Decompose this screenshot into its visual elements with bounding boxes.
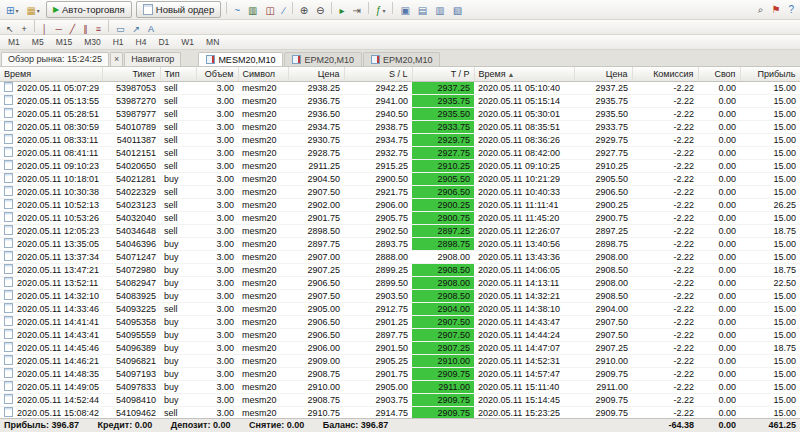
column-header-10[interactable]: Комиссия	[632, 67, 698, 82]
auto-trading-button[interactable]: ▶ Авто-торговля	[46, 1, 132, 18]
table-row[interactable]: 2020.05.11 14:32:1054083925buy3.00mesm20…	[0, 290, 800, 303]
table-row[interactable]: 2020.05.11 12:05:2354034648sell3.00mesm2…	[0, 225, 800, 238]
help-icon[interactable]: ?	[785, 1, 797, 18]
tick-chart-icon[interactable]: ~	[231, 2, 243, 19]
table-row[interactable]: 2020.05.11 14:41:4154095358buy3.00mesm20…	[0, 316, 800, 329]
table-row[interactable]: 2020.05.11 14:46:2154096821buy3.00mesm20…	[0, 355, 800, 368]
table-row[interactable]: 2020.05.11 14:52:4454098410buy3.00mesm20…	[0, 394, 800, 407]
table-row[interactable]: 2020.05.11 10:30:3854022329sell3.00mesm2…	[0, 186, 800, 199]
table-row[interactable]: 2020.05.11 08:33:1154011387sell3.00mesm2…	[0, 134, 800, 147]
timeframe-mn-button[interactable]: MN	[201, 36, 224, 49]
zoom-in-icon[interactable]: ⊕	[297, 2, 311, 19]
table-row[interactable]: 2020.05.11 09:10:2354020650sell3.00mesm2…	[0, 160, 800, 173]
table-row[interactable]: 2020.05.11 15:08:4254109462sell3.00mesm2…	[0, 407, 800, 419]
toolbar-separator	[292, 2, 293, 14]
timeframe-m1-button[interactable]: M1	[3, 36, 25, 49]
zoom-out-icon[interactable]: ⊖	[313, 2, 327, 19]
table-row[interactable]: 2020.05.11 13:47:2154072980buy3.00mesm20…	[0, 264, 800, 277]
cell-0: 2020.05.11 14:48:35	[0, 368, 102, 381]
cascade-windows-icon[interactable]: ▣	[397, 2, 412, 19]
cell-1: 54011387	[102, 134, 160, 147]
column-header-3[interactable]: Объем	[196, 67, 238, 82]
tab-market-watch[interactable]: Обзор рынка: 15:24:25	[1, 52, 109, 66]
cell-11: 0.00	[698, 82, 740, 95]
new-chart-icon[interactable]: ⊞▾	[3, 2, 21, 19]
column-header-2[interactable]: Тип	[160, 67, 196, 82]
dropdown-arrow-icon: ▾	[382, 7, 385, 14]
table-row[interactable]: 2020.05.11 13:52:1154082947buy3.00mesm20…	[0, 277, 800, 290]
table-row[interactable]: 2020.05.11 13:37:3454071247buy3.00mesm20…	[0, 251, 800, 264]
timeframe-d1-button[interactable]: D1	[153, 36, 174, 49]
table-row[interactable]: 2020.05.11 10:52:1354023123sell3.00mesm2…	[0, 199, 800, 212]
tile-windows-icon[interactable]: ▧	[450, 2, 465, 19]
close-icon[interactable]: ×	[110, 52, 123, 66]
auto-scroll-icon[interactable]: ▸	[336, 2, 347, 19]
table-row[interactable]: 2020.05.11 10:18:0154021281buy3.00mesm20…	[0, 173, 800, 186]
cell-2: buy	[160, 355, 196, 368]
timeframe-m30-button[interactable]: M30	[79, 36, 106, 49]
table-row[interactable]: 2020.05.11 05:28:5153987977sell3.00mesm2…	[0, 108, 800, 121]
timeframe-m15-button[interactable]: M15	[51, 36, 78, 49]
table-row[interactable]: 2020.05.11 14:49:0554097833buy3.00mesm20…	[0, 381, 800, 394]
timeframe-m5-button[interactable]: M5	[27, 36, 49, 49]
chart-shift-icon[interactable]: ⇥	[349, 2, 363, 19]
column-header-7[interactable]: T / P	[412, 67, 474, 82]
search-icon[interactable]: ⌕	[755, 1, 767, 18]
cell-8: 2020.05.11 14:06:05	[474, 264, 574, 277]
table-row[interactable]: 2020.05.11 14:48:3554097193buy3.00mesm20…	[0, 368, 800, 381]
cell-8: 2020.05.11 10:40:33	[474, 186, 574, 199]
history-list[interactable]: 2020.05.11 05:07:2953987053sell3.00mesm2…	[0, 82, 800, 418]
table-row[interactable]: 2020.05.11 08:30:5954010789sell3.00mesm2…	[0, 121, 800, 134]
new-order-button[interactable]: Новый ордер	[136, 1, 221, 18]
timeframe-h1-button[interactable]: H1	[108, 36, 129, 49]
column-header-8[interactable]: Время ▲	[474, 67, 574, 82]
history-header-row: ВремяТикетТипОбъемСимволЦенаS / LT / PВр…	[0, 67, 800, 82]
column-header-0[interactable]: Время	[0, 67, 102, 82]
column-header-1[interactable]: Тикет	[102, 67, 160, 82]
column-header-9[interactable]: Цена	[574, 67, 632, 82]
dropdown-arrow-icon: ▾	[37, 7, 40, 14]
cell-8: 2020.05.11 08:42:00	[474, 147, 574, 160]
crosshair-icon: +	[22, 25, 27, 34]
alerts-flag-icon[interactable]: ⚑	[768, 1, 783, 18]
table-row[interactable]: 2020.05.11 10:53:2654032040sell3.00mesm2…	[0, 212, 800, 225]
profiles-icon[interactable]: ▦▾	[23, 2, 42, 19]
column-header-12[interactable]: Прибыль	[740, 67, 800, 82]
table-row[interactable]: 2020.05.11 14:45:4654096389buy3.00mesm20…	[0, 342, 800, 355]
chart-tab-epm20-2[interactable]: EPM20,M10	[363, 52, 441, 66]
cell-7: 2897.25	[412, 225, 474, 238]
summary-profit: Прибыль: 396.87	[4, 420, 79, 430]
column-header-4[interactable]: Символ	[238, 67, 288, 82]
cell-9: 2937.25	[574, 82, 632, 95]
timeframe-w1-button[interactable]: W1	[176, 36, 199, 49]
cell-9: 2933.75	[574, 121, 632, 134]
bar-chart-icon[interactable]: ▥	[245, 2, 260, 19]
cell-4: mesm20	[238, 316, 288, 329]
table-row[interactable]: 2020.05.11 08:41:1154012151sell3.00mesm2…	[0, 147, 800, 160]
summary-row: Прибыль: 396.87 Кредит: 0.00 Депозит: 0.…	[0, 419, 800, 432]
tile-horizontally-icon[interactable]: ▤	[415, 2, 430, 19]
chart-tab-mesm20[interactable]: MESM20,M10	[198, 52, 283, 66]
cell-7: 2908.00	[412, 277, 474, 290]
tile-vertically-icon[interactable]: ▥	[432, 2, 447, 19]
cell-1: 54032040	[102, 212, 160, 225]
timeframe-h4-button[interactable]: H4	[131, 36, 152, 49]
cell-7: 2907.50	[412, 329, 474, 342]
column-header-5[interactable]: Цена	[288, 67, 344, 82]
table-row[interactable]: 2020.05.11 13:35:0554046396buy3.00mesm20…	[0, 238, 800, 251]
toolbar-group-chart: ~▥◫∕⊕⊖▸⇥ƒ▾▣▤▥▧	[223, 0, 466, 19]
chart-tab-epm20-1[interactable]: EPM20,M10	[284, 52, 362, 66]
candlestick-chart-icon[interactable]: ◫	[263, 2, 278, 19]
indicators-icon[interactable]: ƒ▾	[373, 2, 389, 19]
column-header-11[interactable]: Своп	[698, 67, 740, 82]
cell-7: 2935.75	[412, 95, 474, 108]
cell-1: 54072980	[102, 264, 160, 277]
table-row[interactable]: 2020.05.11 14:43:4154095559buy3.00mesm20…	[0, 329, 800, 342]
cell-6: 2903.50	[344, 290, 412, 303]
column-header-6[interactable]: S / L	[344, 67, 412, 82]
table-row[interactable]: 2020.05.11 14:33:4654093225sell3.00mesm2…	[0, 303, 800, 316]
table-row[interactable]: 2020.05.11 05:13:5553987270sell3.00mesm2…	[0, 95, 800, 108]
tab-navigator[interactable]: Навигатор	[124, 52, 181, 66]
table-row[interactable]: 2020.05.11 05:07:2953987053sell3.00mesm2…	[0, 82, 800, 95]
line-chart-icon[interactable]: ∕	[280, 2, 288, 19]
